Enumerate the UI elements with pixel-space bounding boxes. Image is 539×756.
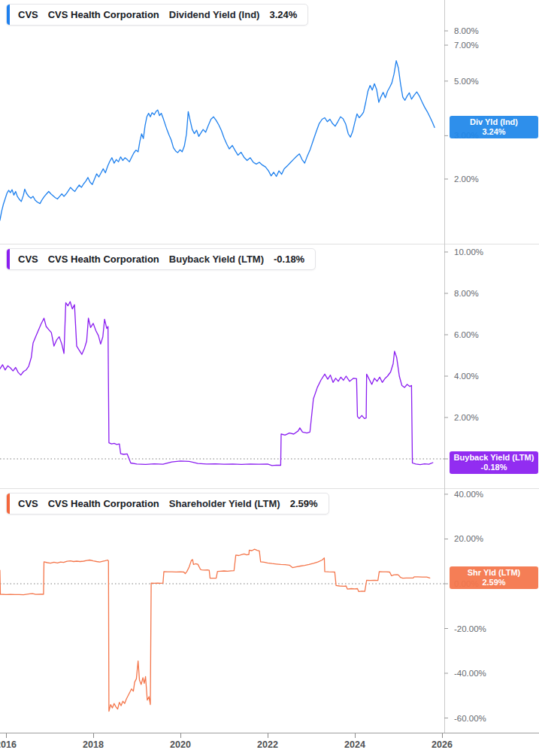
dividend-yield-line bbox=[0, 61, 435, 220]
x-tick-label: 2024 bbox=[338, 739, 371, 750]
legend-ticker: CVS bbox=[18, 498, 38, 509]
legend-metric-value: 2.59% bbox=[290, 498, 318, 509]
legend-metric-value: -0.18% bbox=[274, 254, 304, 265]
legend-ticker: CVS bbox=[18, 254, 38, 265]
y-tick-label: -60.00% bbox=[454, 713, 507, 724]
badge-label: Buyback Yield (LTM) bbox=[454, 453, 534, 463]
multi-panel-yield-chart: CVS CVS Health Corporation Dividend Yiel… bbox=[0, 0, 539, 756]
legend-company-name: CVS Health Corporation bbox=[48, 9, 159, 20]
badge-label: Shr Yld (LTM) bbox=[468, 568, 520, 578]
x-tick-label: 2018 bbox=[77, 739, 110, 750]
legend-company-name: CVS Health Corporation bbox=[48, 254, 159, 265]
y-tick-label: 4.00% bbox=[454, 371, 507, 381]
legend-shareholder-yield[interactable]: CVS CVS Health Corporation Shareholder Y… bbox=[6, 493, 329, 515]
legend-metric-name: Dividend Yield (Ind) bbox=[169, 9, 260, 20]
x-tick bbox=[355, 733, 356, 738]
y-tick-label: 20.00% bbox=[454, 533, 507, 544]
x-tick bbox=[442, 733, 443, 738]
y-tick-label: -20.00% bbox=[454, 624, 507, 634]
y-tick-label: 10.00% bbox=[454, 247, 507, 257]
badge-value: 3.24% bbox=[482, 127, 505, 137]
x-tick-label: 2026 bbox=[425, 739, 459, 750]
legend-dividend-yield[interactable]: CVS CVS Health Corporation Dividend Yiel… bbox=[6, 4, 308, 26]
legend-metric-value: 3.24% bbox=[269, 9, 297, 20]
time-axis[interactable]: 201620182020202220242026 bbox=[0, 733, 539, 756]
y-tick-label: 8.00% bbox=[454, 288, 507, 299]
legend-buyback-yield[interactable]: CVS CVS Health Corporation Buyback Yield… bbox=[6, 248, 316, 270]
x-tick bbox=[268, 733, 268, 738]
y-tick-label: 2.00% bbox=[454, 174, 507, 184]
last-value-badge-dividend-yield[interactable]: Div Yld (Ind) 3.24% bbox=[450, 116, 538, 138]
panel-buyback-yield: CVS CVS Health Corporation Buyback Yield… bbox=[0, 244, 539, 489]
legend-ticker: CVS bbox=[18, 9, 38, 20]
y-tick-label: 7.00% bbox=[454, 40, 507, 50]
shareholder-yield-chart-area[interactable] bbox=[0, 489, 539, 733]
y-tick-label: -40.00% bbox=[454, 668, 507, 679]
badge-value: 2.59% bbox=[482, 578, 505, 587]
legend-metric-name: Shareholder Yield (LTM) bbox=[169, 498, 280, 509]
last-value-badge-shareholder-yield[interactable]: Shr Yld (LTM) 2.59% bbox=[450, 566, 538, 589]
x-tick bbox=[6, 733, 7, 738]
x-tick-label: 2020 bbox=[164, 739, 197, 750]
legend-company-name: CVS Health Corporation bbox=[48, 498, 159, 509]
panel-dividend-yield: CVS CVS Health Corporation Dividend Yiel… bbox=[0, 0, 539, 244]
buyback-yield-line bbox=[0, 302, 433, 466]
badge-label: Div Yld (Ind) bbox=[470, 117, 518, 127]
y-tick-label: 2.00% bbox=[454, 412, 507, 423]
legend-accent-bar bbox=[7, 249, 10, 269]
x-tick bbox=[180, 733, 181, 738]
legend-accent-bar bbox=[7, 5, 10, 25]
shareholder-yield-line bbox=[0, 549, 430, 711]
last-value-badge-buyback-yield[interactable]: Buyback Yield (LTM) -0.18% bbox=[450, 451, 538, 474]
y-tick-label: 5.00% bbox=[454, 76, 507, 87]
x-tick bbox=[93, 733, 94, 738]
y-tick-label: 6.00% bbox=[454, 329, 507, 340]
legend-accent-bar bbox=[7, 493, 10, 514]
x-tick-label: 2022 bbox=[251, 739, 284, 750]
x-tick-label: 2016 bbox=[0, 739, 23, 750]
badge-value: -0.18% bbox=[481, 463, 507, 472]
legend-metric-name: Buyback Yield (LTM) bbox=[169, 254, 264, 265]
y-tick-label: 40.00% bbox=[454, 489, 507, 499]
panel-shareholder-yield: CVS CVS Health Corporation Shareholder Y… bbox=[0, 489, 539, 733]
y-tick-label: 8.00% bbox=[454, 26, 507, 36]
